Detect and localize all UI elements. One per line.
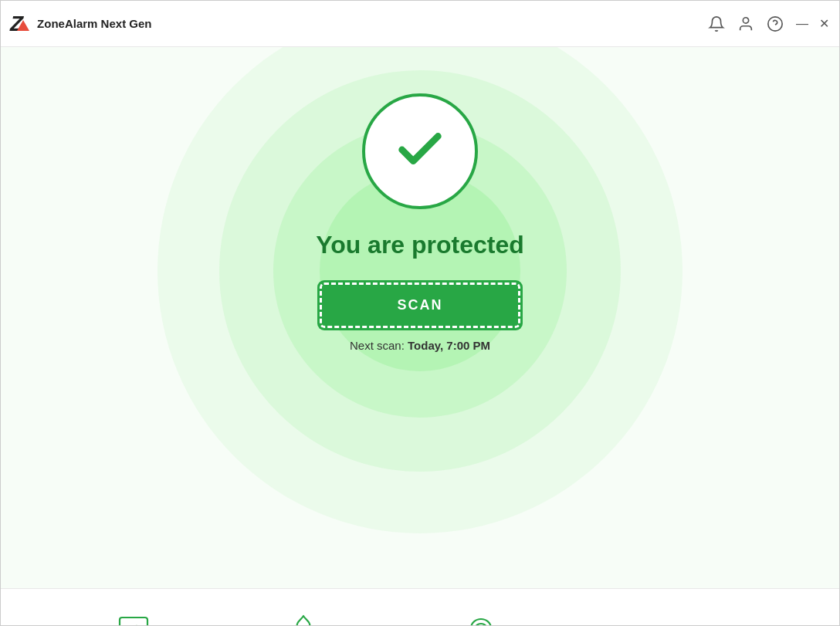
anti-ransomware-icon xyxy=(666,611,703,627)
next-scan-time: Today, 7:00 PM xyxy=(408,339,490,352)
feature-firewall[interactable]: Firewall xyxy=(283,611,323,627)
user-icon[interactable] xyxy=(737,15,754,32)
header-icons xyxy=(708,15,784,32)
feature-anti-ransomware[interactable]: Anti-Ransomware xyxy=(638,611,730,627)
svg-point-0 xyxy=(743,17,748,22)
main-content: You are protected SCAN Next scan: Today,… xyxy=(1,47,839,588)
checkmark-icon xyxy=(393,123,447,180)
scan-button[interactable]: SCAN xyxy=(320,283,520,328)
app-title: ZoneAlarm Next Gen xyxy=(37,17,151,30)
logo-triangle xyxy=(17,20,29,31)
window-controls: — ✕ xyxy=(796,18,830,30)
next-scan-info: Next scan: Today, 7:00 PM xyxy=(350,339,490,352)
feature-antivirus[interactable]: Antivirus xyxy=(110,611,158,627)
features-row: Antivirus Firewall xyxy=(1,588,839,626)
next-scan-label: Next scan: xyxy=(350,339,405,352)
minimize-button[interactable]: — xyxy=(796,18,808,30)
title-bar: Z ZoneAlarm Next Gen xyxy=(1,1,839,47)
web-secure-icon xyxy=(462,611,500,627)
svg-point-1 xyxy=(768,16,782,30)
help-icon[interactable] xyxy=(767,15,784,32)
app-branding: Z ZoneAlarm Next Gen xyxy=(10,13,151,35)
protection-status-text: You are protected xyxy=(316,231,524,259)
close-button[interactable]: ✕ xyxy=(818,18,830,30)
bell-icon[interactable] xyxy=(708,15,725,32)
svg-rect-3 xyxy=(120,618,147,627)
content-wrapper: You are protected SCAN Next scan: Today,… xyxy=(1,47,839,352)
protection-status-circle xyxy=(362,93,478,209)
feature-web-secure[interactable]: Web Secure xyxy=(450,611,512,627)
firewall-icon xyxy=(285,611,322,627)
antivirus-icon xyxy=(115,611,152,627)
